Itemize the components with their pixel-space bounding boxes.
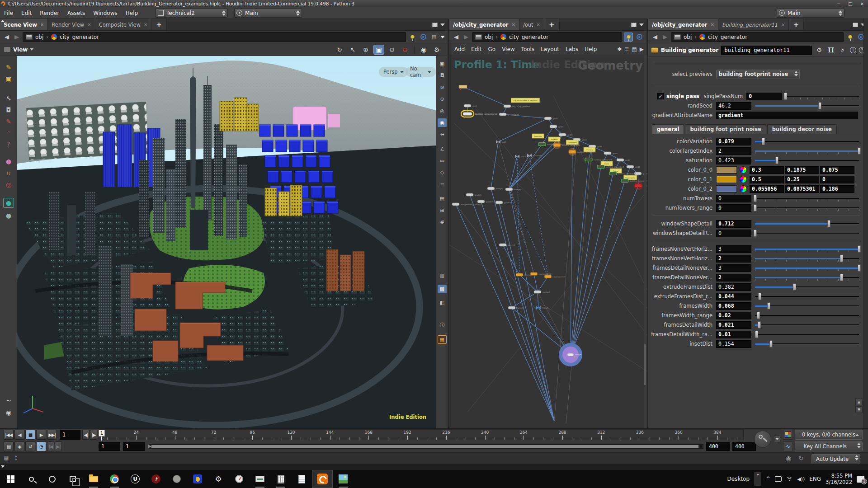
network-node-building_generator6[interactable]: building_generator6	[609, 172, 637, 175]
breadcrumb[interactable]: obj › city_generator	[23, 32, 406, 42]
param-slider[interactable]	[755, 230, 859, 237]
refresh-icon[interactable]: ↻	[798, 455, 804, 462]
nav-back-icon[interactable]: ◀	[651, 33, 659, 40]
playhead-marker[interactable]: 1	[99, 430, 105, 436]
taskbar-chrome-icon[interactable]	[104, 470, 125, 488]
network-node-grp4[interactable]: grp4	[464, 104, 477, 107]
network-node-copytopoints2[interactable]: copytopoints2	[531, 272, 552, 275]
param-value-field[interactable]: 0.021	[716, 321, 751, 329]
tools-icon[interactable]: ✱	[617, 46, 622, 52]
no-cam-button[interactable]: No cam	[406, 67, 436, 77]
frame-view-icon[interactable]: ▣	[438, 60, 447, 68]
info-circle-icon[interactable]: ⓘ	[438, 321, 447, 329]
param-slider[interactable]	[755, 220, 859, 227]
notification-center-icon[interactable]: 1	[857, 476, 864, 483]
range-substart-field[interactable]: 1	[123, 442, 145, 451]
param-value-field[interactable]: 3	[716, 264, 751, 272]
net-menu-labs[interactable]: Labs	[562, 46, 581, 52]
volume-icon[interactable]: ◀))	[797, 476, 805, 482]
network-node-building_generator5[interactable]: building_generator5	[597, 165, 624, 169]
network-graph[interactable]: Profile 1: Time Indie Edition Geometry C…	[449, 55, 647, 428]
taskbar-flash-icon[interactable]: f	[146, 470, 166, 488]
rand-seed-slider[interactable]	[755, 102, 859, 109]
desktop-selector[interactable]: Technical2	[156, 9, 228, 18]
taskbar-calculator-icon[interactable]	[270, 470, 291, 488]
network-node-grid6[interactable]: grid6	[604, 152, 618, 155]
network-node-carve1[interactable]: carve1	[508, 306, 524, 309]
material-sphere-icon[interactable]: ●	[3, 156, 14, 166]
breadcrumb[interactable]: obj › city_generator	[472, 32, 622, 42]
flipbook-icon[interactable]: ◉	[418, 45, 429, 55]
color-swatch[interactable]	[716, 185, 737, 192]
taskbar-houdini-icon[interactable]	[312, 470, 333, 488]
radar-link-icon[interactable]	[635, 33, 644, 42]
color-component-field[interactable]: 0.186	[820, 185, 854, 193]
display-points-icon[interactable]: ◎	[438, 107, 447, 115]
measure-icon[interactable]: ∠	[438, 145, 447, 153]
search-icon[interactable]: ⌕	[838, 47, 847, 54]
network-node-building_generator11[interactable]: building_generator11	[461, 111, 497, 117]
color-wheel-icon[interactable]	[740, 176, 747, 183]
scene-viewport[interactable]: Persp No cam Indie Edition	[17, 56, 436, 428]
color-component-field[interactable]: 0.3	[750, 166, 784, 174]
param-value-field[interactable]: 0	[716, 230, 751, 237]
paint-brush-icon[interactable]: ✎	[3, 62, 14, 72]
transform-handle-icon[interactable]: ⊕	[360, 45, 371, 55]
help-icon[interactable]: ?	[3, 139, 14, 149]
pin-icon[interactable]	[408, 33, 417, 42]
jump-end-button[interactable]: ▶▶|	[47, 430, 57, 440]
taskbar-monitor-app-icon[interactable]	[250, 470, 270, 488]
radial-spinner[interactable]	[292, 10, 300, 16]
param-slider[interactable]	[755, 157, 859, 164]
stow-arrow-top[interactable]	[1, 20, 5, 22]
grey-sphere-icon[interactable]: ●	[3, 211, 14, 221]
param-value-field[interactable]: 0.044	[716, 293, 751, 300]
close-tab-icon[interactable]: ×	[781, 22, 784, 27]
range-subend-field[interactable]: 400	[732, 442, 756, 451]
breadcrumb-root[interactable]: obj	[485, 34, 493, 40]
pane-maximize-icon[interactable]	[853, 23, 858, 27]
language-indicator[interactable]: ENG	[809, 476, 821, 482]
param-value-field[interactable]: 0.154	[716, 340, 751, 348]
network-node-globaldata1[interactable]: globaldata1	[499, 113, 519, 116]
sculpt-brush-icon[interactable]: ✎	[3, 117, 14, 127]
single-pass-num-slider[interactable]	[785, 93, 859, 100]
tree-view-icon[interactable]: ≣	[624, 46, 629, 52]
network-node-grid2[interactable]: grid2	[550, 125, 563, 128]
show-desktop-label[interactable]: Desktop	[727, 476, 750, 482]
network-node-building_generator1[interactable]: building_generator1	[538, 143, 566, 146]
network-node-Projects[interactable]: Projects	[548, 137, 560, 141]
select-previews-dropdown[interactable]: building footprint noise	[716, 70, 800, 79]
taskbar-file-explorer-icon[interactable]	[83, 470, 104, 488]
shade-mode-icon[interactable]: ≡	[438, 180, 447, 188]
color-component-field[interactable]: 0.075	[820, 166, 854, 174]
hide-objects-icon[interactable]: ⊘	[438, 83, 447, 92]
close-tab-icon[interactable]: ×	[537, 22, 540, 27]
loop-mode-button[interactable]: ↺	[25, 441, 35, 451]
pane-menu-icon[interactable]	[639, 23, 644, 26]
network-node-mat1[interactable]: mat1	[515, 155, 526, 158]
close-button[interactable]: ✕	[856, 1, 868, 6]
param-value-field[interactable]: 0.02	[716, 312, 751, 319]
pane-split-caret-icon[interactable]	[440, 36, 445, 38]
map-pin-icon[interactable]: ◧	[438, 298, 447, 307]
close-tab-icon[interactable]: ×	[512, 22, 515, 27]
wifi-icon[interactable]	[786, 477, 793, 481]
network-node-grid8[interactable]: grid8	[627, 165, 640, 168]
model-box-icon[interactable]: ▣	[3, 74, 14, 84]
tab-out[interactable]: /out×	[519, 19, 544, 30]
breadcrumb-root[interactable]: obj	[684, 34, 692, 40]
range-end-field[interactable]: 400	[706, 442, 730, 451]
folder-tab-building-decor-noise[interactable]: building decor noise	[767, 124, 837, 134]
pane-maximize-icon[interactable]	[631, 23, 637, 27]
taskbar-unreal-engine-icon[interactable]: U	[125, 470, 146, 488]
tray-expander[interactable]: »	[754, 472, 761, 486]
network-node-grade3[interactable]: grade3	[495, 201, 511, 204]
param-value-field[interactable]: 2	[716, 255, 751, 263]
menu-render[interactable]: Render	[36, 10, 63, 16]
param-value-field[interactable]: 2	[716, 274, 751, 282]
color-swatch[interactable]	[716, 166, 737, 174]
paint-dot-icon[interactable]: ◦	[3, 127, 14, 137]
param-slider[interactable]	[755, 321, 859, 328]
close-tab-icon[interactable]: ×	[144, 22, 147, 27]
